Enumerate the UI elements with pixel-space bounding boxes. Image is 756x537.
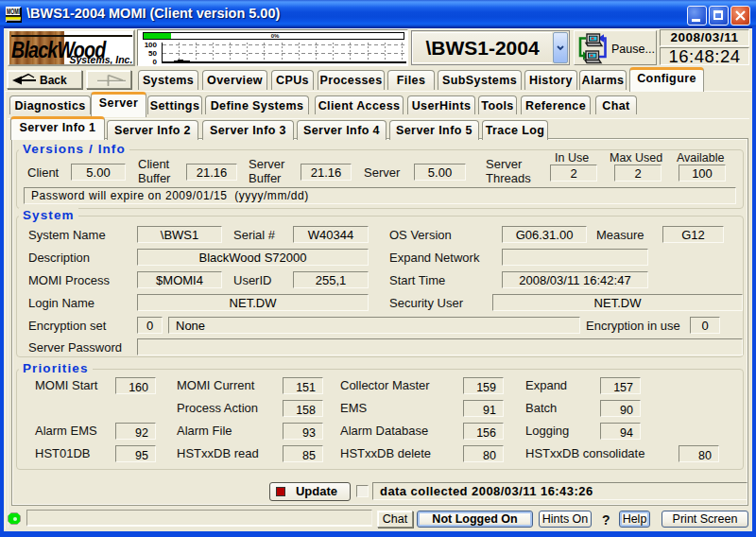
svg-text:MOMI: MOMI [7,7,20,16]
